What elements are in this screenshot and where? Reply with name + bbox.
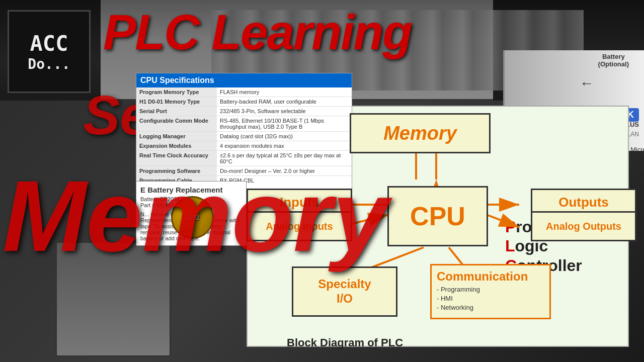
acc-logo-sub: Do...: [28, 56, 70, 72]
communication-box: Communication - Programming- HMI- Networ…: [430, 264, 551, 319]
spec-value: 4 expansion modules max: [217, 141, 352, 151]
arrow-battery-icon: ←: [580, 75, 594, 92]
spec-label: H1 D0-01 Memory Type: [136, 97, 217, 107]
memory-box: Memory: [350, 113, 491, 153]
plc-learning-title: PLC Learning: [103, 8, 412, 57]
comm-title: Communication: [437, 269, 544, 284]
battery-label: Battery (Optional): [598, 53, 629, 68]
micro-label: Micro: [630, 146, 644, 153]
comm-sub-item: - Networking: [437, 303, 544, 312]
comm-sub-item: - HMI: [437, 294, 544, 303]
spec-value: Battery-backed RAM, user configurable: [217, 97, 352, 107]
specialty-io-box: Specialty I/O: [292, 266, 397, 317]
comm-sub-item: - Programming: [437, 285, 544, 294]
acc-logo: ACC Do...: [8, 10, 91, 93]
spec-value: RS-485, Ethernet 10/100 BASE-T (1 Mbps t…: [217, 116, 352, 132]
spec-value: Datalog (card slot (32G max)): [217, 132, 352, 141]
acc-logo-text: ACC: [30, 31, 68, 56]
spec-label: Serial Port: [136, 107, 217, 116]
analog-outputs-box: Analog Outputs: [531, 211, 636, 241]
spec-label: Program Memory Type: [136, 87, 217, 97]
plc-l: L: [505, 237, 515, 255]
memory-big-overlay: Memory: [3, 166, 388, 266]
spec-value: 232/485 3-Pin, Software selectable: [217, 107, 352, 116]
outputs-box-label: Outputs: [558, 195, 609, 210]
analog-outputs-label: Analog Outputs: [546, 221, 621, 232]
cpu-specs-header: CPU Specifications: [136, 73, 352, 87]
specialty-io-label: Specialty I/O: [318, 277, 371, 306]
spec-label: Configurable Comm Mode: [136, 116, 217, 132]
block-diagram-title: Block Diagram of PLC: [287, 336, 403, 349]
memory-box-label: Memory: [383, 123, 457, 144]
spec-label: Expansion Modules: [136, 141, 217, 151]
comm-subs: - Programming- HMI- Networking: [437, 285, 544, 313]
cpu-box: CPU: [387, 186, 488, 246]
cpu-box-label: CPU: [410, 201, 465, 231]
plc-p: P: [505, 218, 516, 236]
spec-value: FLASH memory: [217, 87, 352, 97]
spec-label: Logging Manager: [136, 132, 217, 141]
